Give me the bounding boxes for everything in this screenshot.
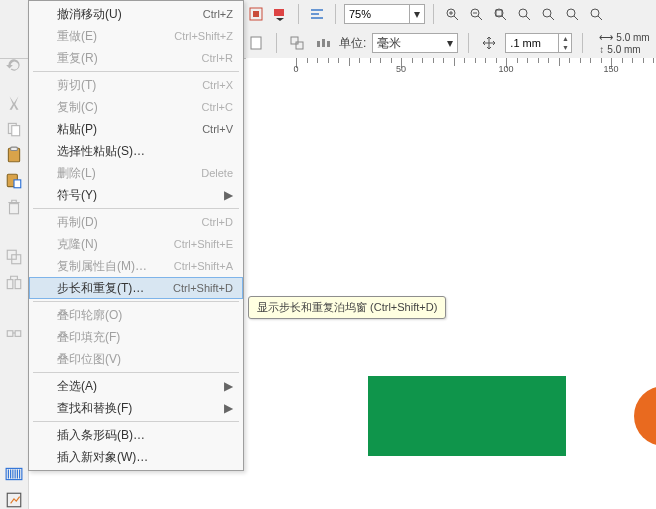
separator <box>468 33 469 53</box>
menu-item[interactable]: 查找和替换(F)▶ <box>29 397 243 419</box>
nudge-icon[interactable] <box>479 33 499 53</box>
step-repeat-icon[interactable] <box>5 324 23 342</box>
tooltip: 显示步长和重复泊坞窗 (Ctrl+Shift+D) <box>248 296 446 319</box>
page-icon[interactable] <box>246 33 266 53</box>
menu-item-label: 重复(R) <box>57 50 202 67</box>
copy-icon[interactable] <box>5 120 23 138</box>
menu-separator <box>33 421 239 422</box>
nudge-input[interactable] <box>506 35 558 51</box>
zoom-fit-icon[interactable] <box>490 4 510 24</box>
menu-item-shortcut: Delete <box>201 167 233 179</box>
left-toolbar <box>0 0 29 509</box>
menu-item-shortcut: Ctrl+Shift+A <box>174 260 233 272</box>
chevron-down-icon[interactable]: ▾ <box>409 5 424 23</box>
menu-item-label: 撤消移动(U) <box>57 6 203 23</box>
menu-item[interactable]: 撤消移动(U)Ctrl+Z <box>29 3 243 25</box>
menu-item-label: 重做(E) <box>57 28 174 45</box>
svg-rect-9 <box>7 279 13 288</box>
menu-item[interactable]: 粘贴(P)Ctrl+V <box>29 118 243 140</box>
distribute-icon[interactable] <box>313 33 333 53</box>
menu-item[interactable]: 全选(A)▶ <box>29 375 243 397</box>
menu-item: 复制(C)Ctrl+C <box>29 96 243 118</box>
dropdown-icon[interactable] <box>270 4 290 24</box>
zoom-page-icon[interactable] <box>514 4 534 24</box>
menu-item-label: 选择性粘贴(S)… <box>57 143 233 160</box>
group-icon[interactable] <box>287 33 307 53</box>
zoom-width-icon[interactable] <box>586 4 606 24</box>
separator <box>335 4 336 24</box>
svg-rect-31 <box>327 41 330 47</box>
menu-item-shortcut: Ctrl+Shift+Z <box>174 30 233 42</box>
zoom-all-icon[interactable] <box>562 4 582 24</box>
zoom-input[interactable] <box>345 6 409 22</box>
menu-item: 剪切(T)Ctrl+X <box>29 74 243 96</box>
menu-item-label: 查找和替换(F) <box>57 400 216 417</box>
green-rectangle-shape[interactable] <box>368 376 566 456</box>
spin-up-icon[interactable]: ▲ <box>559 34 571 43</box>
separator <box>298 4 299 24</box>
insert-obj-icon[interactable] <box>5 491 23 509</box>
separator <box>433 4 434 24</box>
menu-item: 删除(L)Delete <box>29 162 243 184</box>
submenu-arrow-icon: ▶ <box>224 401 233 415</box>
ruler-tick-label: 50 <box>396 64 406 74</box>
svg-point-22 <box>519 9 527 17</box>
svg-rect-28 <box>296 42 303 49</box>
menu-item-shortcut: Ctrl+R <box>202 52 233 64</box>
unit-combo[interactable]: 毫米 ▾ <box>372 33 458 53</box>
paste-icon[interactable] <box>5 146 23 164</box>
menu-separator <box>33 372 239 373</box>
menu-separator <box>33 71 239 72</box>
paste-special-icon[interactable] <box>5 172 23 190</box>
duplicate-icon[interactable] <box>5 248 23 266</box>
dup-x-value: 5.0 mm <box>616 32 649 43</box>
menu-item-label: 粘贴(P) <box>57 121 202 138</box>
svg-rect-16 <box>253 11 259 17</box>
edit-menu: 撤消移动(U)Ctrl+Z重做(E)Ctrl+Shift+Z重复(R)Ctrl+… <box>28 0 244 471</box>
menu-item[interactable]: 插入新对象(W)… <box>29 446 243 468</box>
menu-item-label: 再制(D) <box>57 214 202 231</box>
svg-rect-6 <box>10 203 19 213</box>
menu-item-label: 克隆(N) <box>57 236 174 253</box>
menu-item-label: 全选(A) <box>57 378 216 395</box>
menu-item: 再制(D)Ctrl+D <box>29 211 243 233</box>
delete-icon[interactable] <box>5 198 23 216</box>
orange-shape[interactable] <box>634 386 656 446</box>
menu-item[interactable]: 插入条形码(B)… <box>29 424 243 446</box>
zoom-sel-icon[interactable] <box>538 4 558 24</box>
svg-rect-21 <box>496 10 502 16</box>
horizontal-ruler: 050100150 <box>246 58 656 81</box>
menu-item-shortcut: Ctrl+Shift+D <box>173 282 233 294</box>
svg-point-25 <box>591 9 599 17</box>
align-icon[interactable] <box>307 4 327 24</box>
ruler-tick-label: 0 <box>293 64 298 74</box>
menu-item-shortcut: Ctrl+C <box>202 101 233 113</box>
menu-item: 复制属性自(M)…Ctrl+Shift+A <box>29 255 243 277</box>
menu-item[interactable]: 符号(Y)▶ <box>29 184 243 206</box>
clone-icon[interactable] <box>5 274 23 292</box>
menu-item[interactable]: 步长和重复(T)…Ctrl+Shift+D <box>29 277 243 299</box>
menu-item[interactable]: 选择性粘贴(S)… <box>29 140 243 162</box>
menu-item-label: 插入新对象(W)… <box>57 449 233 466</box>
dup-y-icon: ↕ <box>599 44 604 55</box>
zoom-in-icon[interactable] <box>442 4 462 24</box>
menu-item: 克隆(N)Ctrl+Shift+E <box>29 233 243 255</box>
snap-icon[interactable] <box>246 4 266 24</box>
menu-item: 重复(R)Ctrl+R <box>29 47 243 69</box>
svg-rect-3 <box>11 147 18 150</box>
svg-rect-17 <box>274 9 284 16</box>
svg-rect-5 <box>14 179 21 187</box>
separator <box>582 33 583 53</box>
zoom-combo[interactable]: ▾ <box>344 4 425 24</box>
menu-item: 叠印填充(F) <box>29 326 243 348</box>
chevron-down-icon[interactable]: ▾ <box>443 36 457 50</box>
nudge-spin[interactable]: ▲▼ <box>505 33 572 53</box>
zoom-out-icon[interactable] <box>466 4 486 24</box>
cut-icon[interactable] <box>5 94 23 112</box>
barcode-icon[interactable] <box>5 465 23 483</box>
svg-rect-14 <box>7 493 21 507</box>
svg-rect-10 <box>15 279 21 288</box>
drawing-canvas[interactable] <box>246 80 656 509</box>
spin-down-icon[interactable]: ▼ <box>559 43 571 52</box>
svg-rect-1 <box>12 125 20 135</box>
